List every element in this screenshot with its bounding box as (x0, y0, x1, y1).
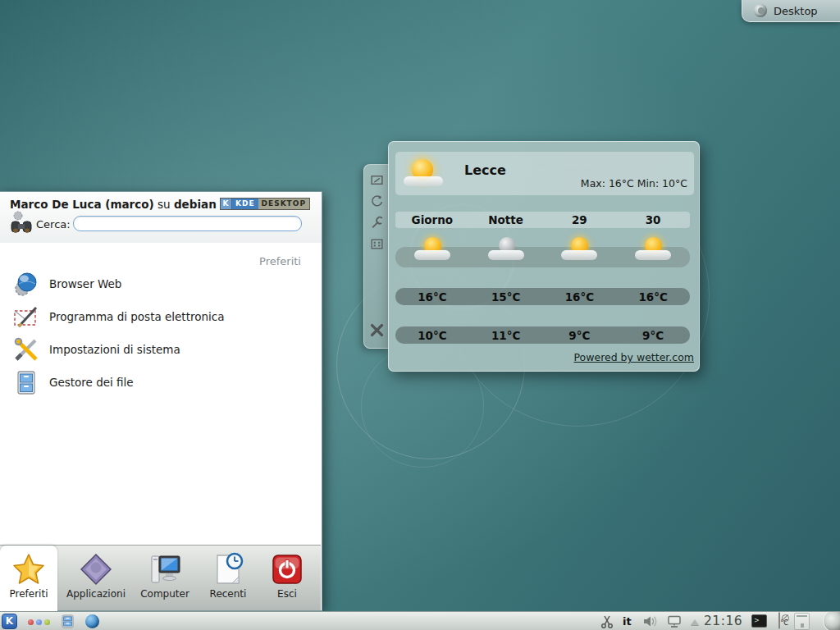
weather-max-min: Max: 16°C Min: 10°C (581, 177, 687, 189)
user-name: Marco De Luca (marco) (10, 198, 154, 211)
tray-expander-icon[interactable] (691, 619, 699, 625)
volume-icon[interactable] (642, 614, 659, 628)
night-temp: 10°C (395, 329, 469, 342)
day-temp: 16°C (395, 290, 469, 304)
weather-current-icon (404, 157, 443, 191)
favorites-list: Browser Web Programma di posta elettroni… (0, 267, 321, 399)
panel-cashew-icon[interactable] (823, 611, 840, 630)
computer-icon (148, 552, 182, 587)
close-icon[interactable] (369, 322, 385, 338)
kickoff-launcher-button[interactable]: K (2, 614, 17, 629)
weather-widget: Lecce Max: 16°C Min: 10°C Giorno Notte 2… (388, 141, 700, 372)
favorites-star-icon (11, 552, 46, 587)
leave-icon (270, 552, 304, 587)
mini-panel-widget[interactable] (794, 613, 810, 630)
web-browser-icon (13, 271, 39, 297)
konsole-tray-icon[interactable]: > (751, 614, 767, 628)
sun-cloud-icon (413, 235, 451, 265)
weather-column-headers: Giorno Notte 29 30 (395, 212, 690, 228)
pager-dot-green[interactable] (44, 619, 50, 625)
tab-computer[interactable]: Computer (133, 547, 197, 611)
recent-documents-icon (211, 552, 245, 587)
badge-kde-label: KDE (232, 199, 258, 209)
tab-preferiti[interactable]: Preferiti (0, 546, 57, 611)
weather-city: Lecce (464, 162, 506, 178)
network-monitor-icon[interactable] (666, 615, 682, 628)
file-manager-icon (13, 369, 39, 395)
weather-day-temps: 16°C 15°C 16°C 16°C (395, 288, 690, 305)
digital-clock[interactable]: 21:16 (704, 614, 742, 628)
menu-item-email[interactable]: Programma di posta elettronica (0, 300, 321, 333)
kde-logo-icon: K (221, 199, 232, 209)
tab-esci[interactable]: Esci (261, 547, 313, 611)
tab-label: Recenti (200, 588, 256, 600)
klipper-scissors-icon[interactable] (600, 614, 614, 629)
search-label: Cerca: (36, 218, 71, 231)
moon-cloud-icon (487, 235, 525, 265)
system-settings-icon (13, 336, 39, 363)
file-manager-launcher-icon[interactable] (61, 614, 75, 628)
tab-label: Applicazioni (61, 588, 131, 600)
desktop-toolbox-label: Desktop (774, 5, 818, 17)
sun-cloud-icon (634, 235, 672, 265)
applications-icon (79, 552, 113, 587)
menu-item-file-manager[interactable]: Gestore dei file (0, 366, 321, 399)
desktop-background: Desktop Lecce (0, 0, 840, 630)
wetter-attribution-link[interactable]: Powered by wetter.com (574, 351, 695, 363)
applet-handle[interactable] (363, 164, 390, 349)
day-temp: 15°C (469, 290, 543, 304)
night-temp: 11°C (469, 329, 543, 342)
search-binoculars-icon (7, 210, 35, 238)
kde-desktop-badge: K KDE DESKTOP (220, 198, 310, 210)
widget-settings-icon[interactable] (370, 237, 384, 251)
search-input[interactable] (73, 216, 302, 231)
menu-item-label: Programma di posta elettronica (49, 310, 224, 323)
day-temp: 16°C (543, 290, 617, 304)
weather-header: Lecce Max: 16°C Min: 10°C (395, 152, 694, 195)
weather-col-giorno: Giorno (395, 213, 469, 226)
rotate-icon[interactable] (370, 194, 384, 208)
keyboard-layout-indicator[interactable]: it (623, 615, 632, 628)
tab-label: Computer (133, 588, 197, 600)
pager-dot-red[interactable] (28, 619, 34, 625)
kickoff-menu: Marco De Luca (marco) su debian K KDE DE… (0, 191, 322, 611)
badge-desktop-label: DESKTOP (258, 199, 309, 209)
resize-icon[interactable] (370, 173, 384, 187)
night-temp: 9°C (616, 329, 690, 342)
weather-tray-icon[interactable]: °C (776, 613, 791, 630)
weather-col-29: 29 (543, 213, 617, 226)
day-temp: 16°C (616, 290, 690, 304)
cashew-icon (754, 4, 767, 17)
sun-cloud-icon (560, 235, 598, 265)
tab-label: Preferiti (0, 588, 57, 600)
tab-applicazioni[interactable]: Applicazioni (61, 547, 131, 611)
host-name: debian (174, 198, 217, 211)
pager-dot-blue[interactable] (36, 619, 42, 625)
web-browser-launcher-icon[interactable] (85, 614, 99, 628)
menu-item-label: Gestore dei file (49, 376, 134, 389)
kickoff-header: Marco De Luca (marco) su debian K KDE DE… (0, 192, 322, 243)
menu-item-label: Browser Web (49, 277, 121, 290)
kickoff-tab-bar: Preferiti Applicazioni (0, 545, 321, 610)
weather-col-notte: Notte (469, 213, 543, 226)
kickoff-user-title: Marco De Luca (marco) su debian (10, 198, 217, 211)
menu-item-label: Impostazioni di sistema (49, 343, 180, 356)
menu-item-system-settings[interactable]: Impostazioni di sistema (0, 333, 321, 366)
bottom-panel: K it 21:16 > (0, 611, 840, 630)
weather-night-temps: 10°C 11°C 9°C 9°C (395, 326, 690, 344)
desktop-toolbox-button[interactable]: Desktop (742, 0, 840, 22)
configure-wrench-icon[interactable] (370, 216, 384, 230)
tab-label: Esci (261, 588, 313, 600)
weather-icon-row (395, 235, 690, 268)
weather-col-30: 30 (616, 213, 690, 226)
menu-item-browser-web[interactable]: Browser Web (0, 267, 321, 300)
email-icon (13, 304, 39, 330)
favorites-section-label: Preferiti (259, 255, 301, 267)
conjunction: su (154, 198, 174, 211)
tab-recenti[interactable]: Recenti (200, 547, 256, 611)
night-temp: 9°C (543, 329, 617, 342)
